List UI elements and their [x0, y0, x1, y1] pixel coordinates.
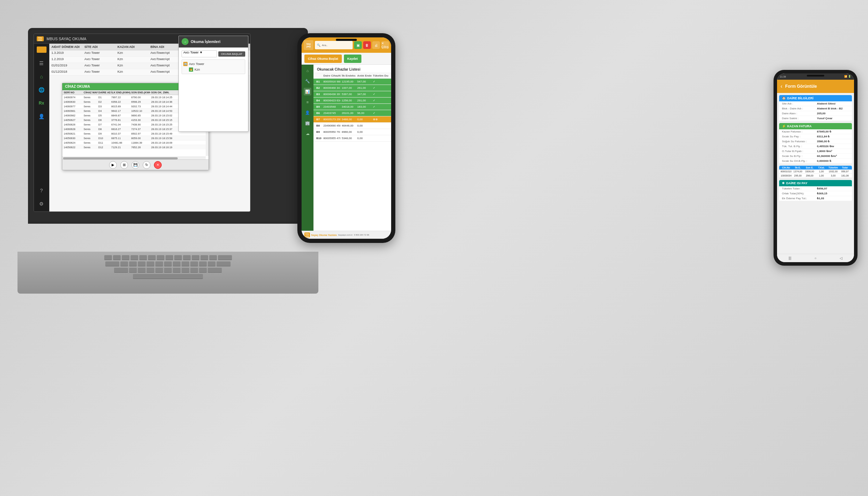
cell-bina: AvcıTowerApt — [150, 64, 182, 68]
row-label: Site Adı : — [782, 102, 817, 105]
list-item[interactable]: B480006423 634,001258,00291,00✓ — [313, 98, 391, 104]
list-item[interactable]: B180005916 9885,0012195,00547,00✓ — [313, 79, 391, 85]
list-item[interactable]: B1080005955 4783,005348,000,00 — [313, 135, 391, 142]
cihaz-okuma-button[interactable]: Cihaz Okuma Başlat — [304, 55, 342, 63]
kaydet-button[interactable]: Kaydet — [344, 55, 361, 63]
phone1-delete-icon[interactable]: 🗑 — [363, 41, 371, 49]
sidebar-list[interactable]: ≡ — [304, 98, 311, 106]
section-title: Okunacak Cihazlar Listesi — [313, 65, 391, 73]
cihaz-title: CİHAZ OKUMA — [65, 85, 90, 88]
list-item[interactable]: B52340354834018,00183,00✓ — [313, 104, 391, 110]
list-item[interactable]: B780005173 2993,003488,000,00⊕⊗ — [313, 116, 391, 123]
laptop-screen-inner: baypay MBUS SAYAÇ OKUMA ☰ ⌂ — [30, 30, 306, 222]
key — [138, 268, 146, 273]
phone1-search-bar[interactable]: 🔍 Ara.. — [315, 41, 353, 49]
sidebar-cloud[interactable]: ☁ — [304, 130, 311, 137]
key — [122, 255, 129, 260]
phone2-navbar: ||| ○ ◁ — [777, 254, 854, 262]
footer-site: baypayo.com.tr — [338, 234, 353, 236]
phone2-content: 🏠 DAİRE BİLGİLERİ Site Adı :Atakent Site… — [777, 93, 854, 254]
phone2-status-bar: 21:39 📶 🔋 — [777, 73, 854, 80]
sidebar-settings-icon[interactable]: ⚙ — [37, 199, 47, 209]
site-select[interactable]: Avcı Tower ▼ — [182, 50, 217, 57]
phone1-green-icon[interactable]: ▣ — [354, 41, 362, 49]
row-value: 87845,00 ₺ — [817, 130, 849, 133]
back-button[interactable]: ‹ — [781, 83, 782, 89]
row-label: Blok - Daire Adı : — [782, 107, 817, 110]
key — [139, 255, 147, 260]
okuma-start-button[interactable]: OKUMA BAŞLAT — [218, 51, 245, 57]
sidebar-wrench[interactable]: 🔧 — [304, 77, 311, 85]
key — [129, 268, 137, 273]
card-row: Site Adı :Atakent Sitesi — [779, 101, 852, 106]
col-bina: BİNA ADI — [150, 45, 182, 49]
tree-kazan-item[interactable]: 🔥 Kzn — [183, 67, 244, 72]
th-tuketim: Tüketim — [828, 166, 839, 169]
cihaz-row[interactable]: 14050621SeresD98010.378502.9728.03.19 18… — [62, 131, 209, 136]
phone1-print-icon[interactable]: 🖨 — [372, 41, 380, 49]
card-row: Sıcak Su Pay :8311,84 ₺ — [779, 134, 852, 139]
footer-brand-text: Sayaç Okuma Yazılımı — [311, 234, 337, 236]
lh-anlik: Anlık Endeks — [357, 74, 371, 77]
laptop-device: baypay MBUS SAYAÇ OKUMA ☰ ⌂ — [17, 28, 318, 294]
tree-kazan-label: Kzn — [195, 68, 200, 71]
th-tutar: Tutar — [839, 166, 851, 169]
sidebar-home[interactable]: ⌂ — [304, 67, 311, 74]
cell-kazan: Kzn — [118, 57, 149, 62]
sidebar-chart[interactable]: 📊 — [304, 88, 311, 95]
list-item[interactable]: B823490690 45899,0046446,000,00 — [313, 123, 391, 129]
row-value: ₺1,03 — [817, 197, 849, 200]
cihaz-row[interactable]: 14050630SeresD106875.118059.0028.03.19 1… — [62, 136, 209, 141]
save-table-button[interactable]: ⊞ — [120, 161, 128, 169]
card-row: Sıcak Su Ort.B.Fly. :0,000000 ₺ — [779, 159, 852, 164]
nav-home[interactable]: ○ — [814, 256, 817, 260]
nav-back[interactable]: ||| — [789, 256, 791, 260]
site-tree: 🏢 Avcı Tower 🔥 Kzn — [182, 59, 245, 74]
phone1-exit-icon[interactable]: ✕ Çıkış — [381, 41, 389, 49]
app-sidebar: ☰ ⌂ 🌐 Rx 👤 ? ⚙ — [34, 44, 49, 211]
key — [120, 261, 128, 266]
play-button[interactable]: ▶ — [109, 161, 117, 169]
list-item[interactable]: B980005950 7914,008966,000,00 — [313, 129, 391, 135]
sidebar-user-icon[interactable]: 👤 — [37, 112, 47, 121]
sidebar-user[interactable]: 👤 — [304, 109, 311, 116]
list-item[interactable]: B280006468 3419,001007,00261,00✓ — [313, 85, 391, 91]
sidebar-menu-icon[interactable]: ☰ — [37, 58, 47, 68]
nav-recent[interactable]: ◁ — [840, 256, 842, 260]
sidebar-building[interactable]: 🏢 — [304, 119, 311, 127]
row-label: Sıcak Su Ort.B.Fly. : — [782, 159, 817, 163]
card-row: Ortak Tutar(30%):₺369,15 — [779, 191, 852, 196]
sidebar-rx-icon[interactable]: Rx — [37, 98, 47, 108]
cell-period: 1.3.2019 — [51, 51, 83, 56]
cihaz-row[interactable]: 14050622SeresD127129.217652.2628.03.19 1… — [62, 145, 209, 149]
okuma-body: Avcı Tower ▼ OKUMA BAŞLAT 🏢 Avcı Tower — [179, 48, 248, 77]
list-item[interactable]: B62340374526101,0096,00✓ — [313, 110, 391, 116]
key — [209, 255, 217, 260]
sidebar-logo — [37, 46, 47, 53]
cihaz-row[interactable]: 14050624SeresD1110481.6611884.3928.03.19… — [62, 141, 209, 145]
list-item[interactable]: B380006438 3973,005397,00347,00✓ — [313, 91, 391, 98]
detail-table-row[interactable]: 800010101374,003306,001,001932,00956,97 — [779, 170, 852, 174]
floppy-button[interactable]: 💾 — [132, 161, 139, 169]
daire-title: DAİRE BİLGİLERİ — [787, 96, 813, 100]
status-icons: 📶 🔋 — [844, 75, 851, 78]
sidebar-help-icon[interactable]: ? — [37, 186, 47, 195]
kazan-title: KAZAN FATURA — [787, 124, 812, 128]
row-label: Tük. Tut. B.Fly. : — [782, 145, 817, 148]
stop-button[interactable]: ✕ — [154, 161, 162, 169]
sidebar-globe-icon[interactable]: 🌐 — [37, 85, 47, 95]
refresh-button[interactable]: ↻ — [143, 161, 150, 169]
software-window: baypay MBUS SAYAÇ OKUMA ☰ ⌂ — [34, 34, 250, 212]
detail-table-card: Cih.No İlk E. Son E. T.Kat. Tüketim Tuta… — [779, 166, 852, 178]
row-label: Ortak Tutar(30%): — [782, 192, 817, 195]
sidebar-home-icon[interactable]: ⌂ — [37, 72, 47, 81]
row-label: Soğuk Su Faturası : — [782, 140, 817, 143]
tree-site-item[interactable]: 🏢 Avcı Tower — [183, 61, 244, 67]
row-value: 3580,00 ₺ — [817, 140, 849, 143]
phone1-logo: baypay — [304, 40, 313, 50]
row-label: Sıcak Su Pay : — [782, 135, 817, 138]
detail-table-row[interactable]: 10000034295,00298,001,003,00181,08 — [779, 174, 852, 178]
okuma-icon: → — [182, 44, 189, 45]
phone1-action-bar: Cihaz Okuma Başlat Kaydet — [302, 53, 391, 65]
snowflake-icon: ❄ — [782, 181, 785, 185]
